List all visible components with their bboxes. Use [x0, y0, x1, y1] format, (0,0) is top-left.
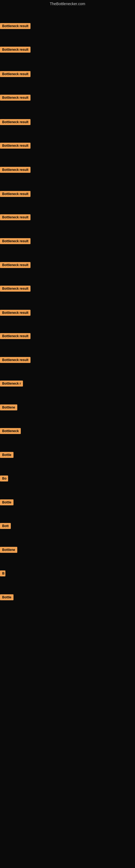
bottleneck-badge-wrapper: Bottleneck result	[0, 119, 31, 126]
bottleneck-badge-wrapper: Bottleneck result	[0, 46, 31, 54]
bottleneck-badge-wrapper: Bott	[0, 523, 11, 530]
bottleneck-badge[interactable]: B	[0, 570, 5, 577]
bottleneck-badge-wrapper: Bottleneck result	[0, 286, 31, 293]
bottleneck-badge-wrapper: Bottleneck result	[0, 357, 31, 364]
bottleneck-badge-wrapper: Bottlene	[0, 547, 17, 554]
bottleneck-badge[interactable]: Bottleneck result	[0, 333, 31, 339]
bottleneck-badge[interactable]: Bottleneck result	[0, 286, 31, 291]
bottleneck-badge-wrapper: B	[0, 570, 5, 578]
site-title: TheBottlenecker.com	[0, 0, 135, 8]
bottleneck-badge-wrapper: Bottleneck result	[0, 333, 31, 340]
bottleneck-badge[interactable]: Bottleneck result	[0, 46, 31, 53]
bottleneck-badge-wrapper: Bottleneck result	[0, 167, 31, 174]
bottleneck-badge[interactable]: Bottleneck	[0, 428, 21, 434]
bottleneck-badge-wrapper: Bottleneck result	[0, 23, 31, 30]
bottleneck-badge-wrapper: Bottleneck result	[0, 95, 31, 102]
bottleneck-badge[interactable]: Bottle	[0, 594, 13, 600]
bottleneck-badge-wrapper: Bottleneck result	[0, 262, 31, 269]
bottleneck-badge[interactable]: Bottleneck r	[0, 380, 23, 386]
bottleneck-badge-wrapper: Bottleneck result	[0, 71, 31, 78]
bottleneck-badge-wrapper: Bottleneck result	[0, 191, 31, 198]
bottleneck-badge-wrapper: Bottleneck result	[0, 310, 31, 317]
bottleneck-badge[interactable]: Bottlene	[0, 547, 17, 553]
bottleneck-badge[interactable]: Bottleneck result	[0, 23, 31, 29]
bottleneck-badge[interactable]: Bottlene	[0, 404, 17, 410]
bottleneck-badge-wrapper: Bo	[0, 475, 8, 483]
bottleneck-badge-wrapper: Bottlene	[0, 404, 17, 411]
bottleneck-badge-wrapper: Bottleneck result	[0, 143, 31, 150]
bottleneck-badge-wrapper: Bottleneck r	[0, 380, 23, 388]
bottleneck-badge[interactable]: Bo	[0, 475, 8, 482]
bottleneck-badge[interactable]: Bottleneck result	[0, 119, 31, 125]
bottleneck-badge[interactable]: Bottleneck result	[0, 262, 31, 268]
bottleneck-badge[interactable]: Bottleneck result	[0, 310, 31, 316]
bottleneck-badge[interactable]: Bottleneck result	[0, 238, 31, 244]
bottleneck-badge-wrapper: Bottle	[0, 452, 13, 459]
bottleneck-badge[interactable]: Bottleneck result	[0, 95, 31, 101]
bottleneck-badge-wrapper: Bottleneck	[0, 428, 21, 435]
bottleneck-badge[interactable]: Bottle	[0, 452, 13, 458]
bottleneck-badge-wrapper: Bottle	[0, 499, 13, 506]
bottleneck-badge[interactable]: Bottleneck result	[0, 357, 31, 363]
bottleneck-badge[interactable]: Bott	[0, 523, 11, 529]
bottleneck-badge-wrapper: Bottle	[0, 594, 13, 601]
bottleneck-badge-wrapper: Bottleneck result	[0, 238, 31, 245]
bottleneck-badge[interactable]: Bottleneck result	[0, 214, 31, 220]
bottleneck-badge[interactable]: Bottleneck result	[0, 71, 31, 77]
bottleneck-badge[interactable]: Bottleneck result	[0, 191, 31, 197]
bottleneck-badge[interactable]: Bottleneck result	[0, 143, 31, 149]
bottleneck-badge[interactable]: Bottleneck result	[0, 167, 31, 173]
bottleneck-badge[interactable]: Bottle	[0, 499, 13, 505]
bottleneck-badge-wrapper: Bottleneck result	[0, 214, 31, 221]
